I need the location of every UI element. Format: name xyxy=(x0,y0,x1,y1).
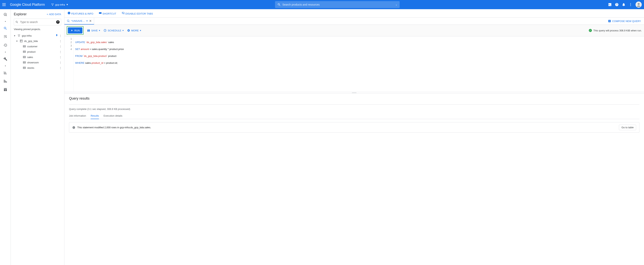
tab-results[interactable]: Results xyxy=(91,113,99,119)
svg-point-5 xyxy=(630,5,631,6)
svg-point-1 xyxy=(53,4,54,4)
editor-tabs: *UNSAVE… ▾ ✕ COMPOSE NEW QUERY xyxy=(64,18,644,25)
save-button[interactable]: SAVE ▾ xyxy=(87,29,100,32)
feature-bar: FEATURES & INFO SHORTCUT DISABLE EDITOR … xyxy=(64,9,644,18)
chevron-down-icon: ▼ xyxy=(66,3,68,6)
code-area[interactable]: UPDATE `ds_gcp_bda.sales` sales SET amou… xyxy=(74,36,125,92)
search-bar[interactable]: ⌄ xyxy=(275,1,400,8)
tree-table[interactable]: sales ⋮ xyxy=(12,54,63,60)
info-icon xyxy=(68,11,70,14)
svg-rect-25 xyxy=(23,56,26,58)
user-avatar[interactable] xyxy=(636,1,642,8)
explorer-panel: Explorer + ADD DATA ? Viewing pinned pro… xyxy=(11,9,64,265)
more-vert-icon[interactable]: ⋮ xyxy=(59,45,62,48)
features-info-link[interactable]: FEATURES & INFO xyxy=(68,11,93,15)
rail-analytics-icon[interactable] xyxy=(2,69,9,77)
bigquery-logo-icon[interactable] xyxy=(2,11,9,18)
editor-tab[interactable]: *UNSAVE… ▾ ✕ xyxy=(64,18,94,24)
rail-sql-icon[interactable] xyxy=(2,24,9,32)
more-vert-icon[interactable]: ⋮ xyxy=(59,40,62,42)
svg-line-36 xyxy=(69,21,70,22)
table-icon xyxy=(22,61,26,64)
svg-line-9 xyxy=(6,15,7,16)
shortcut-link[interactable]: SHORTCUT xyxy=(99,11,116,15)
more-vert-icon[interactable] xyxy=(629,3,632,6)
svg-point-8 xyxy=(4,13,6,16)
more-vert-icon[interactable]: ⋮ xyxy=(59,56,62,59)
disable-tabs-link[interactable]: DISABLE EDITOR TABS xyxy=(122,11,153,15)
top-bar: Google Cloud Platform gcp-infra ▼ ⌄ xyxy=(0,0,644,9)
info-text: This statement modified 2,000 rows in gc… xyxy=(77,126,151,129)
tree-project[interactable]: ▾ gcp-infra ⋮ xyxy=(12,33,63,38)
svg-rect-12 xyxy=(6,81,7,83)
table-icon xyxy=(22,55,26,59)
svg-point-14 xyxy=(19,35,20,35)
menu-icon[interactable] xyxy=(2,2,7,7)
run-button[interactable]: RUN xyxy=(68,27,82,33)
notifications-icon[interactable] xyxy=(622,3,626,6)
workspace: FEATURES & INFO SHORTCUT DISABLE EDITOR … xyxy=(64,9,644,265)
tree-table[interactable]: product ⋮ xyxy=(12,49,63,54)
rail-settings-icon[interactable] xyxy=(2,33,9,41)
schedule-icon xyxy=(104,29,106,32)
svg-point-7 xyxy=(638,3,640,5)
tab-execution[interactable]: Execution details xyxy=(104,113,122,119)
chevron-down-icon[interactable]: ▾ xyxy=(15,40,18,42)
gear-icon xyxy=(127,29,130,32)
help-icon[interactable] xyxy=(615,3,619,6)
chevron-down-icon: ▾ xyxy=(122,29,124,32)
go-to-table-button[interactable]: Go to table xyxy=(619,125,636,130)
chevron-down-icon[interactable]: ⌄ xyxy=(396,3,397,6)
results-panel: Query results Query complete (3.1 sec el… xyxy=(64,93,644,265)
compose-query-button[interactable]: COMPOSE NEW QUERY xyxy=(608,19,641,22)
pin-icon[interactable] xyxy=(56,34,58,37)
chevron-down-icon[interactable]: ▾ xyxy=(86,19,88,22)
query-status: ✓ This query will process 306.9 KiB when… xyxy=(589,29,642,32)
chevron-down-icon: ▾ xyxy=(99,29,100,32)
more-vert-icon[interactable]: ⋮ xyxy=(59,61,62,64)
check-icon: ✓ xyxy=(589,29,592,32)
keyboard-icon xyxy=(99,11,102,14)
close-icon[interactable]: ✕ xyxy=(89,19,92,23)
schedule-button[interactable]: SCHEDULE ▾ xyxy=(104,29,124,32)
svg-point-2 xyxy=(52,5,53,5)
project-selector[interactable]: gcp-infra ▼ xyxy=(50,2,70,7)
more-vert-icon[interactable]: ⋮ xyxy=(59,50,62,53)
table-icon xyxy=(22,45,26,48)
dataset-icon xyxy=(20,39,23,42)
tree-table[interactable]: customer ⋮ xyxy=(12,44,63,49)
panel-drag-handle[interactable] xyxy=(64,92,644,93)
svg-point-3 xyxy=(630,3,631,4)
svg-point-15 xyxy=(18,36,19,36)
sql-editor[interactable]: 1 2 3 4 UPDATE `ds_gcp_bda.sales` sales … xyxy=(64,36,644,92)
more-vert-icon[interactable]: ⋮ xyxy=(59,34,62,37)
rail-divider xyxy=(5,52,6,52)
cloud-shell-icon[interactable] xyxy=(608,3,612,6)
svg-rect-34 xyxy=(99,12,102,14)
rail-tables-icon[interactable] xyxy=(2,86,9,93)
chevron-down-icon[interactable]: ▾ xyxy=(13,34,16,37)
explorer-search-input[interactable] xyxy=(14,18,61,25)
tree-table[interactable]: stocks ⋮ xyxy=(12,65,63,70)
project-icon xyxy=(51,3,54,6)
rail-history-icon[interactable] xyxy=(2,41,9,49)
results-info-box: This statement modified 2,000 rows in gc… xyxy=(69,122,640,133)
search-icon xyxy=(15,20,18,23)
rail-divider xyxy=(5,65,6,66)
add-data-button[interactable]: + ADD DATA xyxy=(47,13,61,16)
search-input[interactable] xyxy=(282,3,396,6)
svg-point-4 xyxy=(630,4,631,5)
project-name: gcp-infra xyxy=(55,3,65,6)
more-vert-icon[interactable]: ⋮ xyxy=(59,66,62,69)
tree-table[interactable]: showroom ⋮ xyxy=(12,60,63,65)
svg-rect-11 xyxy=(5,81,6,83)
explorer-title: Explorer xyxy=(14,12,27,16)
more-button[interactable]: MORE ▾ xyxy=(127,29,141,32)
help-icon[interactable]: ? xyxy=(56,20,60,24)
project-icon xyxy=(17,34,21,37)
rail-transfers-icon[interactable] xyxy=(2,55,9,63)
run-button-highlight: RUN xyxy=(67,26,84,35)
tab-job-info[interactable]: Job information xyxy=(69,113,86,119)
rail-bi-icon[interactable] xyxy=(2,77,9,85)
tree-dataset[interactable]: ▾ ds_gcp_bda ⋮ xyxy=(12,38,63,44)
